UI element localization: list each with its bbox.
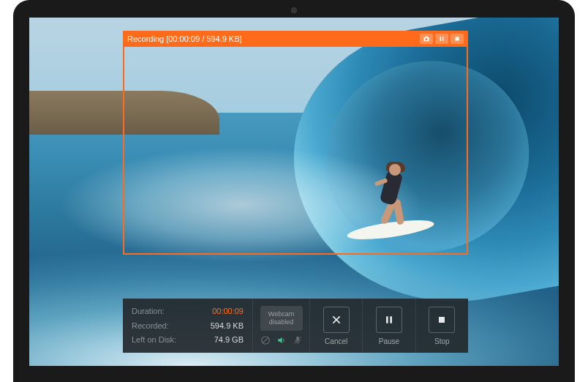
system-audio-toggle[interactable] <box>260 335 271 345</box>
system-audio-muted-icon <box>260 335 271 345</box>
webcam-preview[interactable]: Webcam disabled <box>260 306 303 331</box>
recording-status-label: Recording [00:00:09 / 594.9 KB] <box>127 34 418 43</box>
laptop-camera <box>291 7 297 13</box>
microphone-toggle[interactable] <box>293 335 303 345</box>
webcam-status-text: Webcam disabled <box>260 310 303 326</box>
svg-rect-13 <box>386 316 388 323</box>
capture-toolbar: Recording [00:00:09 / 594.9 KB] <box>123 31 468 47</box>
stop-icon <box>453 35 461 42</box>
webcam-section: Webcam disabled <box>253 299 310 353</box>
mini-pause-button[interactable] <box>435 34 448 44</box>
speaker-icon <box>276 335 287 345</box>
svg-rect-2 <box>425 37 427 38</box>
control-panel: Duration: 00:00:09 Recorded: 594.9 KB Le… <box>123 299 468 353</box>
recorded-label: Recorded: <box>132 320 169 332</box>
capture-region[interactable]: Recording [00:00:09 / 594.9 KB] <box>123 45 468 255</box>
speaker-toggle[interactable] <box>276 335 287 345</box>
pause-icon <box>438 35 445 42</box>
mini-stop-button[interactable] <box>451 34 464 44</box>
svg-rect-14 <box>390 316 392 323</box>
svg-rect-15 <box>439 317 445 323</box>
pause-label: Pause <box>379 337 399 345</box>
camera-icon <box>423 35 430 42</box>
recorded-value: 594.9 KB <box>211 320 244 332</box>
svg-rect-5 <box>456 37 459 41</box>
stop-icon <box>436 314 448 326</box>
svg-rect-4 <box>442 37 444 41</box>
stat-recorded: Recorded: 594.9 KB <box>132 320 244 332</box>
stop-button[interactable]: Stop <box>416 299 468 353</box>
actions-section: Cancel Pause Stop <box>310 299 468 353</box>
duration-label: Duration: <box>132 305 165 318</box>
stat-disk: Left on Disk: 74.9 GB <box>132 334 244 346</box>
svg-rect-3 <box>440 37 442 41</box>
svg-point-1 <box>426 38 428 40</box>
microphone-muted-icon <box>293 335 303 345</box>
pause-icon <box>383 314 395 326</box>
svg-line-7 <box>262 337 268 343</box>
screenshot-button[interactable] <box>420 34 433 44</box>
cancel-button[interactable]: Cancel <box>310 299 363 353</box>
stop-label: Stop <box>434 337 450 345</box>
disk-value: 74.9 GB <box>214 334 244 346</box>
audio-toggle-row <box>260 335 303 345</box>
stats-section: Duration: 00:00:09 Recorded: 594.9 KB Le… <box>123 299 253 353</box>
pause-button[interactable]: Pause <box>363 299 415 353</box>
laptop-frame: Recording [00:00:09 / 594.9 KB] Duration… <box>13 0 575 382</box>
duration-value: 00:00:09 <box>212 305 244 318</box>
stat-duration: Duration: 00:00:09 <box>132 305 244 318</box>
cancel-label: Cancel <box>325 337 347 345</box>
disk-label: Left on Disk: <box>132 334 176 346</box>
close-icon <box>331 314 342 326</box>
screen-content: Recording [00:00:09 / 594.9 KB] Duration… <box>29 18 559 366</box>
